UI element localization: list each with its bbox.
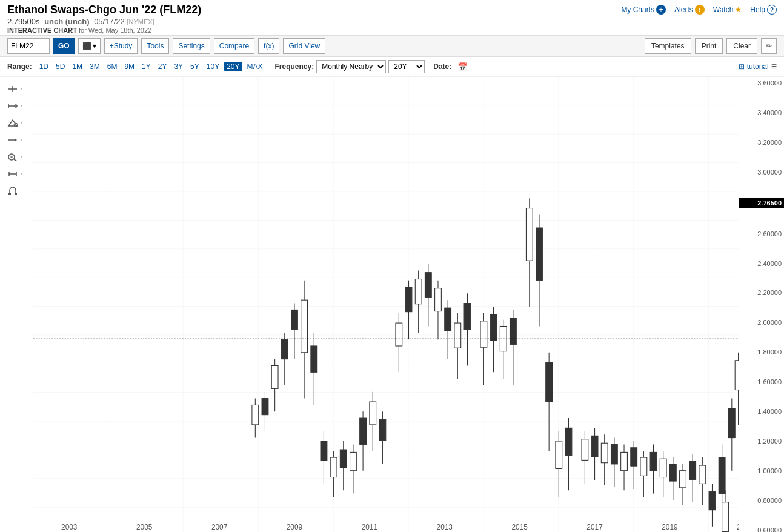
svg-rect-106 [680, 471, 686, 488]
fx-button[interactable]: f(x) [258, 38, 279, 54]
print-button[interactable]: Print [695, 38, 723, 54]
svg-rect-34 [301, 300, 308, 353]
svg-text:2013: 2013 [437, 523, 453, 531]
svg-rect-52 [396, 323, 402, 346]
y-label-220: 2.20000 [739, 289, 784, 296]
svg-rect-48 [370, 402, 376, 425]
svg-rect-112 [709, 491, 716, 510]
svg-rect-50 [379, 419, 386, 441]
svg-rect-78 [536, 228, 543, 281]
bar-type-button[interactable]: ⬛ ▾ [78, 38, 101, 54]
templates-button[interactable]: Templates [645, 38, 691, 54]
calendar-button[interactable]: 📅 [454, 61, 471, 73]
range-1y[interactable]: 1Y [139, 62, 153, 71]
range-max[interactable]: MAX [245, 62, 265, 71]
svg-rect-36 [311, 346, 317, 372]
study-button[interactable]: +Study [104, 38, 138, 54]
y-label-340: 3.40000 [739, 109, 784, 116]
measure-tool[interactable]: › [5, 168, 24, 180]
svg-rect-64 [454, 323, 461, 348]
svg-rect-32 [291, 310, 298, 329]
svg-rect-118 [728, 408, 735, 438]
svg-rect-92 [611, 444, 617, 464]
zoom-tool[interactable]: › [5, 151, 24, 163]
svg-rect-70 [490, 314, 497, 341]
svg-rect-104 [669, 464, 676, 481]
range-10y[interactable]: 10Y [204, 62, 222, 71]
clear-button[interactable]: Clear [726, 38, 757, 54]
help-label: Help [750, 5, 765, 14]
price-display: 2.79500s [7, 17, 40, 26]
annotation-tool[interactable]: › [5, 100, 24, 112]
svg-rect-108 [689, 462, 696, 480]
svg-text:2009: 2009 [287, 523, 303, 531]
compare-button[interactable]: Compare [214, 38, 254, 54]
change-display: unch (unch) [44, 17, 89, 26]
y-label-320: 3.20000 [739, 139, 784, 146]
tutorial-icon: ⊞ [739, 62, 745, 71]
svg-rect-76 [526, 208, 533, 261]
svg-rect-90 [601, 443, 608, 462]
help-icon: ? [767, 5, 777, 15]
alerts-link[interactable]: Alerts ! [674, 5, 705, 15]
y-label-080: 0.80000 [739, 497, 784, 504]
range-label: Range: [7, 62, 32, 71]
range-5d[interactable]: 5D [53, 62, 67, 71]
svg-text:2017: 2017 [586, 523, 602, 531]
zoom-icon [6, 152, 19, 162]
tutorial-link[interactable]: ⊞ tutorial ≡ [739, 61, 777, 72]
help-link[interactable]: Help ? [750, 5, 777, 15]
range-2y[interactable]: 2Y [156, 62, 170, 71]
svg-rect-96 [631, 448, 637, 466]
magnet-tool[interactable] [5, 185, 21, 197]
svg-rect-60 [435, 288, 442, 311]
svg-rect-74 [510, 318, 516, 344]
y-label-360: 3.60000 [739, 79, 784, 87]
crosshair-expand: › [21, 86, 22, 92]
symbol-input[interactable] [7, 38, 50, 54]
svg-text:2003: 2003 [61, 523, 78, 531]
grid-view-button[interactable]: Grid View [283, 38, 325, 54]
svg-text:2011: 2011 [362, 523, 378, 531]
svg-rect-26 [262, 399, 268, 415]
range-9m[interactable]: 9M [122, 62, 137, 71]
period-select[interactable]: 20Y 5Y 10Y [388, 60, 425, 73]
range-1m[interactable]: 1M [70, 62, 85, 71]
range-3m[interactable]: 3M [87, 62, 102, 71]
my-charts-link[interactable]: My Charts + [621, 5, 666, 15]
annotation-expand: › [21, 103, 22, 109]
range-6m[interactable]: 6M [105, 62, 120, 71]
crosshair-tool[interactable]: › [5, 83, 24, 95]
go-button[interactable]: GO [53, 38, 75, 54]
frequency-select[interactable]: Monthly Nearby Daily Weekly Monthly [316, 60, 386, 73]
edit-button[interactable]: ✏ [761, 38, 777, 54]
hamburger-icon[interactable]: ≡ [771, 61, 777, 72]
range-20y[interactable]: 20Y [224, 62, 242, 71]
range-1d[interactable]: 1D [37, 62, 51, 71]
shape-tool[interactable]: › [5, 117, 24, 129]
y-label-current: 2.76500 [739, 198, 784, 208]
range-3y[interactable]: 3Y [171, 62, 185, 71]
watch-label: Watch [713, 5, 734, 14]
svg-rect-68 [480, 321, 487, 347]
svg-marker-8 [15, 138, 17, 142]
range-5y[interactable]: 5Y [188, 62, 202, 71]
settings-button[interactable]: Settings [173, 38, 210, 54]
measure-expand: › [21, 171, 22, 177]
svg-rect-24 [252, 405, 259, 424]
tools-button[interactable]: Tools [141, 38, 169, 54]
svg-rect-114 [719, 457, 725, 494]
watch-link[interactable]: Watch ★ [713, 5, 742, 14]
svg-text:2015: 2015 [511, 523, 528, 531]
svg-rect-40 [330, 457, 337, 477]
svg-rect-100 [650, 452, 657, 470]
y-label-180: 1.80000 [739, 348, 784, 356]
alerts-label: Alerts [674, 5, 693, 14]
arrow-tool[interactable]: › [5, 134, 24, 146]
svg-rect-30 [281, 339, 288, 359]
y-label-240: 2.40000 [739, 260, 784, 267]
shape-expand: › [21, 120, 22, 126]
svg-text:2019: 2019 [662, 523, 678, 531]
star-icon: ★ [735, 5, 742, 14]
shape-icon [6, 118, 19, 128]
